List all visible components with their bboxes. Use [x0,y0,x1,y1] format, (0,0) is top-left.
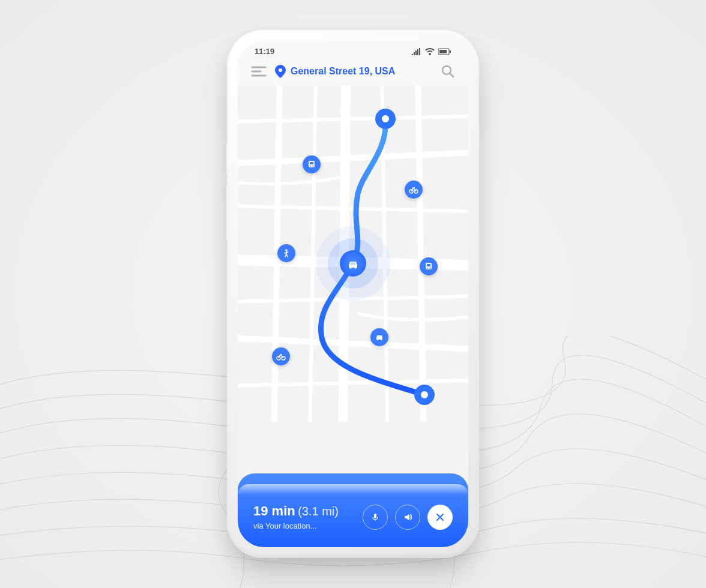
svg-point-16 [381,339,382,341]
close-icon [435,512,445,522]
destination-field[interactable]: General Street 19, USA [275,65,432,78]
svg-rect-22 [374,514,376,518]
wifi-icon [425,48,435,55]
route-start-point[interactable] [375,109,396,129]
app-header: General Street 19, USA [238,59,468,86]
svg-point-14 [430,268,431,269]
status-bar: 11:19 [238,41,468,59]
signal-icon [412,48,421,55]
status-time: 11:19 [255,47,274,56]
poi-bus-icon[interactable] [420,257,438,275]
microphone-icon [370,512,380,522]
poi-car-icon[interactable] [370,328,388,346]
svg-point-13 [427,268,428,269]
svg-point-20 [354,266,357,269]
route-info: 19 min (3.1 mi) via Your location... [253,503,339,530]
current-location-icon[interactable] [340,250,366,277]
location-pin-icon [275,65,286,78]
svg-rect-21 [351,262,355,265]
route-distance: (3.1 mi) [298,505,339,518]
status-icons [412,48,451,55]
menu-icon[interactable] [251,65,267,77]
svg-point-19 [349,266,352,269]
route-duration: 19 min [253,503,295,518]
svg-rect-1 [439,50,447,53]
poi-bike-icon[interactable] [405,181,423,199]
svg-rect-12 [427,264,430,266]
map-view[interactable] [238,86,468,491]
svg-point-15 [377,339,379,341]
route-via: via Your location... [253,521,339,530]
svg-point-7 [313,166,314,167]
speaker-button[interactable] [395,505,420,530]
poi-walk-icon[interactable] [277,244,295,262]
battery-icon [438,48,451,55]
mic-button[interactable] [363,505,388,530]
svg-rect-2 [450,50,451,53]
speaker-icon [403,512,412,522]
destination-text: General Street 19, USA [291,66,395,77]
poi-bus-icon[interactable] [303,155,321,173]
route-summary-panel: 19 min (3.1 mi) via Your location... [238,473,468,547]
phone-screen: 11:19 General Street 19, USA [238,41,468,547]
route-end-point[interactable] [414,385,435,405]
search-icon[interactable] [441,64,455,79]
svg-rect-5 [310,162,313,164]
poi-bike-icon[interactable] [272,347,290,365]
svg-point-6 [310,166,311,167]
phone-frame: 11:19 General Street 19, USA [227,30,479,558]
close-button[interactable] [427,505,453,530]
panel-buttons [363,505,453,530]
